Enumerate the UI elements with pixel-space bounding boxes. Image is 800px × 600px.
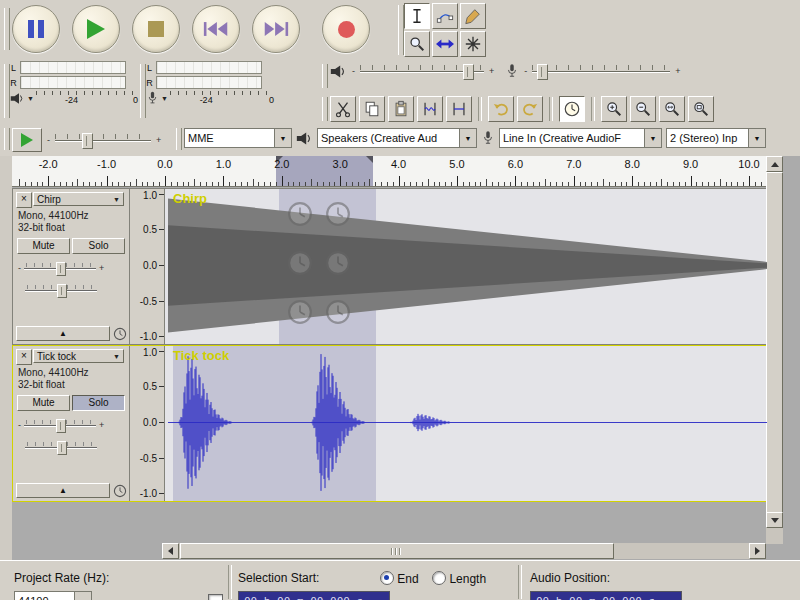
length-radio[interactable] — [432, 571, 446, 585]
output-device-select[interactable]: Speakers (Creative Aud ▼ — [317, 128, 477, 148]
pan-slider[interactable] — [25, 284, 97, 297]
end-radio[interactable] — [380, 571, 394, 585]
draw-tool-icon — [464, 7, 482, 25]
horizontal-scroll-thumb[interactable] — [180, 543, 614, 559]
toolbar-grabber[interactable] — [4, 8, 10, 50]
horizontal-scrollbar[interactable] — [162, 543, 766, 559]
vertical-scrollbar[interactable] — [766, 156, 783, 544]
chevron-down-icon[interactable]: ▼ — [748, 129, 765, 147]
zoom-in-button[interactable] — [601, 96, 627, 122]
scroll-left-button[interactable] — [162, 543, 179, 559]
gain-thumb[interactable] — [56, 262, 66, 276]
chevron-down-icon[interactable]: ▼ — [161, 95, 168, 102]
solo-button[interactable]: Solo — [72, 395, 125, 411]
draw-tool-button[interactable] — [460, 3, 486, 29]
pan-thumb[interactable] — [57, 284, 67, 298]
audio-host-select[interactable]: MME ▼ — [184, 128, 292, 148]
audio-position-label: Audio Position: — [530, 571, 610, 585]
waveform-area-chirp[interactable]: Chirp — [165, 189, 767, 344]
mute-button[interactable]: Mute — [17, 238, 70, 254]
vertical-ruler[interactable]: 1.0 0.5 0.0 -0.5 -1.0 — [130, 346, 165, 501]
output-volume-thumb[interactable] — [463, 64, 474, 80]
chevron-down-icon[interactable]: ▼ — [274, 129, 291, 147]
input-volume-thumb[interactable] — [537, 64, 548, 80]
timeline-ruler[interactable]: -2.0-1.00.01.02.03.04.05.06.07.08.09.010… — [12, 156, 768, 187]
undo-button[interactable] — [488, 96, 514, 122]
playback-meter[interactable]: L R ▼ -24 0 — [10, 61, 140, 122]
skip-to-start-button[interactable] — [192, 5, 240, 53]
multi-tool-button[interactable] — [460, 31, 486, 57]
toolbar-grabber[interactable] — [322, 97, 328, 121]
minus-label: - — [18, 421, 21, 430]
fit-project-button[interactable] — [688, 96, 714, 122]
input-device-select[interactable]: Line In (Creative AudioF ▼ — [499, 128, 662, 148]
track-name-menu[interactable]: Tick tock ▼ — [33, 349, 124, 363]
output-volume-slider[interactable] — [360, 63, 484, 79]
close-track-button[interactable]: × — [16, 192, 32, 208]
solo-button[interactable]: Solo — [72, 238, 125, 254]
close-track-button[interactable]: × — [16, 349, 32, 365]
toolbar-grabber[interactable] — [4, 128, 10, 150]
trim-audio-button[interactable] — [417, 96, 443, 122]
scroll-up-button[interactable] — [766, 156, 783, 172]
collapse-track-button[interactable]: ▲ — [16, 483, 110, 498]
project-rate-label: Project Rate (Hz): — [14, 571, 109, 585]
stop-button[interactable] — [132, 5, 180, 53]
play-button[interactable] — [72, 5, 120, 53]
scroll-right-button[interactable] — [749, 543, 766, 559]
chevron-down-icon[interactable]: ▼ — [27, 95, 34, 102]
waveform-area-tick-tock[interactable]: Tick tock — [165, 346, 767, 501]
copy-button[interactable] — [359, 96, 385, 122]
input-volume-slider[interactable] — [532, 63, 670, 79]
skip-to-end-button[interactable] — [252, 5, 300, 53]
playback-speed-slider[interactable] — [55, 132, 151, 148]
track-chirp[interactable]: × Chirp ▼ Mono, 44100Hz 32-bit float Mut… — [12, 188, 768, 345]
pan-thumb[interactable] — [57, 441, 67, 455]
snap-to-checkbox[interactable] — [208, 594, 223, 600]
pause-button[interactable] — [12, 5, 60, 53]
project-rate-select[interactable]: 44100 ▼ — [14, 591, 92, 600]
gain-slider[interactable]: - + — [18, 419, 104, 432]
track-name-menu[interactable]: Chirp ▼ — [33, 192, 124, 206]
pan-slider[interactable] — [25, 441, 97, 454]
zoom-tool-button[interactable] — [404, 31, 430, 57]
selection-tool-button[interactable] — [404, 3, 430, 29]
record-button[interactable] — [322, 5, 370, 53]
vertical-ruler[interactable]: 1.0 0.5 0.0 -0.5 -1.0 — [130, 189, 165, 344]
chevron-down-icon[interactable]: ▼ — [644, 129, 661, 147]
zoom-out-button[interactable] — [630, 96, 656, 122]
recording-meter[interactable]: L R ▼ -24 0 — [146, 61, 276, 122]
paste-button[interactable] — [388, 96, 414, 122]
gain-thumb[interactable] — [56, 419, 66, 433]
gain-slider[interactable]: - + — [18, 262, 104, 275]
toolbar-grabber[interactable] — [322, 64, 328, 88]
fit-selection-button[interactable] — [659, 96, 685, 122]
audio-position-time[interactable]: 00 h 00 m 00.000 s — [530, 591, 682, 600]
input-channels-select[interactable]: 2 (Stereo) Inp ▼ — [666, 128, 766, 148]
scroll-down-button[interactable] — [766, 512, 783, 528]
vertical-scroll-thumb[interactable] — [766, 172, 783, 528]
ruler-tick-label: 1.0 — [216, 158, 231, 170]
scale-label: 0.0 — [143, 417, 157, 428]
playback-meter-bar-right — [20, 76, 126, 89]
time-shift-tool-button[interactable] — [432, 31, 458, 57]
redo-button[interactable] — [517, 96, 543, 122]
length-label: Length — [449, 572, 486, 586]
cut-button[interactable] — [330, 96, 356, 122]
selection-end-handle[interactable] — [366, 156, 373, 163]
envelope-tool-button[interactable] — [432, 3, 458, 29]
playback-speed-thumb[interactable] — [82, 133, 93, 149]
chevron-down-icon[interactable]: ▼ — [74, 592, 91, 600]
mute-button[interactable]: Mute — [17, 395, 70, 411]
edit-toolbar — [330, 96, 714, 122]
silence-audio-button[interactable] — [446, 96, 472, 122]
track-tick-tock[interactable]: × Tick tock ▼ Mono, 44100Hz 32-bit float… — [12, 345, 768, 502]
toolbar-dock: L R ▼ -24 0 L R ▼ -24 0 — [0, 0, 800, 157]
chevron-down-icon[interactable]: ▼ — [459, 129, 476, 147]
selection-start-time[interactable]: 00 h 00 m 00.000 s — [238, 591, 390, 600]
collapse-track-button[interactable]: ▲ — [16, 326, 110, 341]
sync-lock-button[interactable] — [559, 96, 585, 122]
play-at-speed-button[interactable] — [12, 128, 42, 152]
zoom-out-icon — [634, 100, 652, 118]
toolbar-grabber[interactable] — [176, 128, 182, 150]
